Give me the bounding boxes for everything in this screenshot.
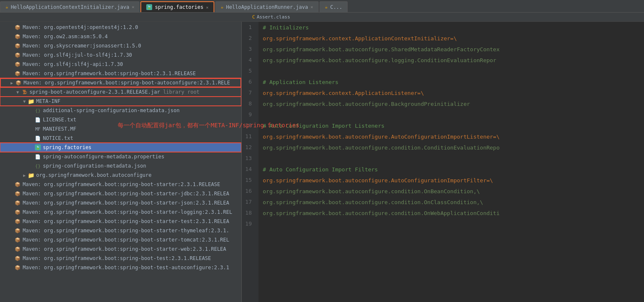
arrow [29, 108, 34, 113]
tree-item-maven-spring-boot-test-auto[interactable]: 📦 Maven: org.springframework.boot:spring… [0, 263, 241, 272]
code-line-19 [263, 218, 644, 229]
subtab-bar: C Assert.class [0, 13, 644, 22]
arrow [29, 117, 34, 122]
txt-icon: 📄 [34, 116, 41, 123]
tab-bar: ☕ HelloApplicationContextInitializer.jav… [0, 0, 644, 13]
close-icon-1[interactable]: ✕ [206, 5, 209, 10]
tree-item-maven-starter-web[interactable]: 📦 Maven: org.springframework.boot:spring… [0, 244, 241, 254]
tree-item-maven-starter-logging[interactable]: 📦 Maven: org.springframework.boot:spring… [0, 207, 241, 217]
code-line-6: # Application Listeners [263, 76, 644, 87]
code-line-18: org.springframework.boot.autoconfigure.c… [263, 207, 644, 218]
tree-item-notice[interactable]: 📄 NOTICE.txt [0, 134, 241, 143]
tab-spring-factories[interactable]: 🍃 spring.factories ✕ [140, 1, 214, 12]
tree-item-maven-starter[interactable]: 📦 Maven: org.springframework.boot:spring… [0, 180, 241, 189]
maven-icon: 📦 [15, 79, 22, 86]
code-line-1: # Initializers [263, 22, 644, 33]
tree-item-maven-opentest4j[interactable]: 📦 Maven: org.opentest4j:opentest4j:1.2.0 [0, 23, 241, 32]
arrow [8, 191, 13, 196]
tree-item-maven-autoconfigure[interactable]: ▶ 📦 Maven: org.springframework.boot:spri… [0, 78, 241, 87]
maven-icon: 📦 [14, 61, 21, 68]
code-line-8: org.springframework.boot.autoconfigure.B… [263, 98, 644, 109]
maven-icon-tc: 📦 [14, 236, 21, 243]
maven-icon-t: 📦 [14, 218, 21, 225]
close-icon-2[interactable]: ✕ [311, 5, 313, 9]
arrow [8, 256, 13, 261]
java-icon-3: ☕ [325, 4, 328, 10]
maven-icon-bt: 📦 [14, 255, 21, 262]
arrow [29, 126, 34, 131]
arrow [8, 71, 13, 76]
code-line-15: org.springframework.boot.autoconfigure.A… [263, 175, 644, 186]
tab-cut-off[interactable]: ☕ C... [319, 1, 348, 12]
maven-icon-jn: 📦 [14, 200, 21, 206]
maven-icon: 📦 [14, 33, 21, 40]
tree-item-meta-inf[interactable]: ▼ 📁 META-INF [0, 97, 241, 106]
maven-icon-th: 📦 [14, 227, 21, 234]
maven-icon-s: 📦 [14, 181, 21, 188]
arrow [8, 247, 13, 252]
arrow [8, 219, 13, 224]
tree-item-spring-config-metadata[interactable]: {} spring-configuration-metadata.json [0, 161, 241, 171]
code-line-4: org.springframework.boot.autoconfigure.l… [263, 55, 644, 66]
main-content: 📦 Maven: org.opentest4j:opentest4j:1.2.0… [0, 22, 644, 302]
arrow [8, 210, 13, 215]
code-line-11: org.springframework.boot.autoconfigure.A… [263, 131, 644, 142]
class-icon: C [252, 14, 255, 20]
tree-item-maven-starter-json[interactable]: 📦 Maven: org.springframework.boot:spring… [0, 198, 241, 207]
folder-icon: 📁 [28, 98, 34, 105]
arrow [8, 237, 13, 242]
json-icon-2: {} [34, 163, 41, 169]
tree-item-maven-spring-boot-test[interactable]: 📦 Maven: org.springframework.boot:spring… [0, 254, 241, 263]
close-icon-0[interactable]: ✕ [132, 5, 134, 9]
tree-item-maven-starter-test[interactable]: 📦 Maven: org.springframework.boot:spring… [0, 217, 241, 226]
tree-item-maven-jsonassert[interactable]: 📦 Maven: org.skyscreamer:jsonassert:1.5.… [0, 41, 241, 50]
arrow [8, 265, 13, 270]
tree-item-jar[interactable]: ▼ 🗜 spring-boot-autoconfigure-2.3.1.RELE… [0, 87, 241, 97]
tree-item-maven-asm[interactable]: 📦 Maven: org.ow2.asm:asm:5.0.4 [0, 32, 241, 41]
tree-item-maven-starter-jdbc[interactable]: 📦 Maven: org.springframework.boot:spring… [0, 189, 241, 198]
arrow [29, 163, 34, 168]
code-editor: 1 2 3 4 5 6 7 8 9 10 11 12 13 14 15 16 1… [242, 22, 644, 302]
java-icon: ☕ [5, 4, 8, 10]
tree-item-spring-factories[interactable]: 🍃 spring.factories [0, 143, 241, 152]
code-line-9 [263, 109, 644, 120]
arrow [29, 136, 34, 141]
factories-icon: 🍃 [34, 144, 41, 151]
tree-item-maven-spring-boot[interactable]: 📦 Maven: org.springframework.boot:spring… [0, 69, 241, 78]
arrow: ▶ [9, 80, 14, 85]
tree-item-maven-starter-thymeleaf[interactable]: 📦 Maven: org.springframework.boot:spring… [0, 226, 241, 235]
tree-item-autoconfigure-metadata[interactable]: 📄 spring-autoconfigure-metadata.properti… [0, 152, 241, 161]
maven-icon-l: 📦 [14, 209, 21, 215]
code-line-14: # Auto Configuration Import Filters [263, 164, 644, 175]
maven-icon-bta: 📦 [14, 264, 21, 271]
subtab-assert[interactable]: C Assert.class [248, 13, 294, 21]
arrow [8, 43, 13, 48]
maven-icon-w: 📦 [14, 246, 21, 252]
tree-item-maven-slf4j[interactable]: 📦 Maven: org.slf4j:slf4j-api:1.7.30 [0, 60, 241, 69]
code-line-10: # Auto Configuration Import Listeners [263, 120, 644, 131]
arrow-jar: ▼ [15, 89, 20, 95]
tree-item-additional-config[interactable]: {} additional-spring-configuration-metad… [0, 106, 241, 115]
tree-item-license[interactable]: 📄 LICENSE.txt [0, 115, 241, 124]
maven-icon-j: 📦 [14, 190, 21, 197]
mf-icon: MF [34, 126, 41, 132]
java-icon-2: ☕ [221, 4, 224, 10]
arrow [8, 62, 13, 67]
tree-item-maven-jul[interactable]: 📦 Maven: org.slf4j:jul-to-slf4j:1.7.30 [0, 50, 241, 60]
tab-hello-runner[interactable]: ☕ HelloApplicationRunner.java ✕ [215, 1, 319, 12]
arrow [29, 154, 34, 159]
notice-icon: 📄 [34, 135, 41, 142]
code-content[interactable]: # Initializers org.springframework.conte… [259, 22, 644, 302]
tree-item-manifest[interactable]: MF MANIFEST.MF [0, 124, 241, 134]
code-line-3: org.springframework.boot.autoconfigure.S… [263, 44, 644, 55]
folder-icon-2: 📁 [28, 172, 34, 179]
maven-icon: 📦 [14, 52, 21, 58]
tree-item-org-autoconfigure[interactable]: ▶ 📁 org.springframework.boot.autoconfigu… [0, 171, 241, 180]
props-icon: 📄 [34, 153, 41, 160]
tab-hello-initializer[interactable]: ☕ HelloApplicationContextInitializer.jav… [0, 1, 140, 12]
code-line-13 [263, 153, 644, 164]
tree-item-maven-starter-tomcat[interactable]: 📦 Maven: org.springframework.boot:spring… [0, 235, 241, 244]
arrow [8, 34, 13, 39]
code-line-17: org.springframework.boot.autoconfigure.c… [263, 197, 644, 207]
code-line-5 [263, 66, 644, 76]
